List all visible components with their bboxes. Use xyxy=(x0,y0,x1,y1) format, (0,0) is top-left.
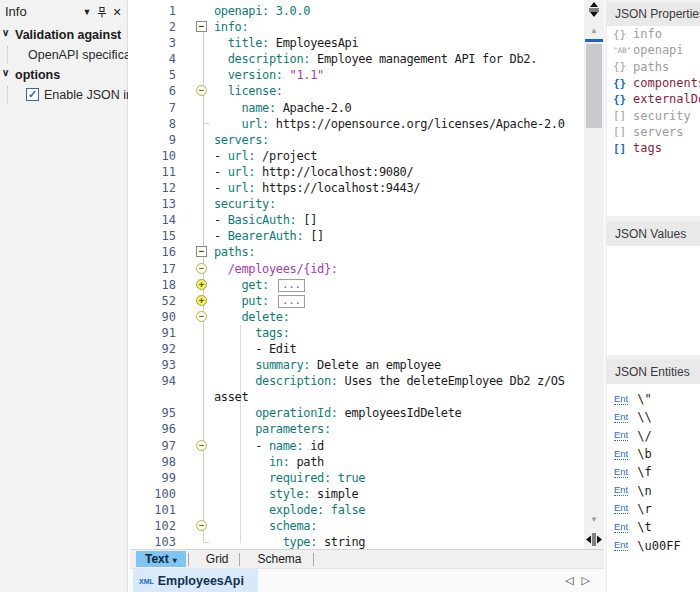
code-line[interactable]: 18+ get: ... xyxy=(130,277,584,293)
checkbox-label: Enable JSON intelligence xyxy=(44,88,128,102)
json-property-openapi[interactable]: "AB"openapi xyxy=(607,42,700,58)
code-line[interactable]: 8 url: https://opensource.org/licenses/A… xyxy=(130,116,584,132)
tree-item-validation-against[interactable]: ∨Validation against xyxy=(0,26,128,46)
code-line[interactable]: 90− delete: xyxy=(130,309,584,325)
code-line[interactable]: 5 version: "1.1" xyxy=(130,67,584,83)
code-line[interactable]: 10- url: /project xyxy=(130,148,584,164)
view-tab-grid[interactable]: Grid xyxy=(197,551,238,567)
string-ab-icon: "AB" xyxy=(613,46,633,55)
fold-collapse-icon[interactable]: − xyxy=(196,440,207,451)
code-line[interactable]: 92 - Edit xyxy=(130,341,584,357)
code-line[interactable]: 15- BearerAuth: [] xyxy=(130,228,584,244)
info-panel-title: Info xyxy=(5,4,27,19)
split-window-handle-icon[interactable] xyxy=(586,1,602,18)
json-entity-item[interactable]: Ent\/ xyxy=(607,427,700,445)
code-text: version: "1.1" xyxy=(214,67,584,83)
code-token: put: xyxy=(214,294,269,308)
json-entity-item[interactable]: Ent\" xyxy=(607,390,700,408)
code-editor[interactable]: 1openapi: 3.0.02−info:3 title: Employees… xyxy=(130,0,584,549)
tree-item-openapi-specification[interactable]: OpenAPI specification xyxy=(0,46,128,66)
code-line[interactable]: 13security: xyxy=(130,196,584,212)
json-entity-item[interactable]: Ent\b xyxy=(607,445,700,463)
json-entity-item[interactable]: Ent\f xyxy=(607,463,700,481)
code-line[interactable]: 95 operationId: employeesIdDelete xyxy=(130,405,584,421)
json-property-servers[interactable]: []servers xyxy=(607,124,700,140)
scroll-up-arrow[interactable]: ▲ xyxy=(584,26,604,35)
json-entity-item[interactable]: Ent\u00FF xyxy=(607,536,700,554)
json-property-info[interactable]: {}info xyxy=(607,26,700,42)
pane-splitter-handle-icon[interactable] xyxy=(585,531,603,548)
json-property-label: info xyxy=(633,27,662,41)
object-braces-icon: {} xyxy=(613,28,633,41)
code-line[interactable]: 97− - name: id xyxy=(130,438,584,454)
folded-code-ellipsis[interactable]: ... xyxy=(278,295,305,308)
json-entity-item[interactable]: Ent\n xyxy=(607,481,700,499)
code-line[interactable]: 9servers: xyxy=(130,132,584,148)
code-line[interactable]: 12- url: https://localhost:9443/ xyxy=(130,180,584,196)
code-line[interactable]: 91 tags: xyxy=(130,325,584,341)
code-line[interactable]: 11- url: http://localhost:9080/ xyxy=(130,164,584,180)
code-line[interactable]: 94 description: Uses the deleteEmployee … xyxy=(130,373,584,405)
json-entity-item[interactable]: Ent\r xyxy=(607,500,700,518)
checkbox-enable-json-intelligence[interactable]: ✓ xyxy=(26,88,39,101)
tab-scroll-arrows[interactable]: ◁▷ xyxy=(565,574,598,587)
code-line[interactable]: 52+ put: ... xyxy=(130,293,584,309)
code-line[interactable]: 2−info: xyxy=(130,19,584,35)
view-tab-text[interactable]: Text▾ xyxy=(136,551,186,567)
view-tab-schema[interactable]: Schema xyxy=(248,551,310,567)
fold-expand-icon[interactable]: + xyxy=(196,279,207,290)
code-line[interactable]: 96 parameters: xyxy=(130,421,584,437)
json-property-tags[interactable]: []tags xyxy=(607,140,700,156)
panel-menu-icon[interactable]: ▼ xyxy=(81,6,93,18)
close-icon[interactable]: ✕ xyxy=(111,6,123,18)
tree-item-options[interactable]: ∨options xyxy=(0,66,128,86)
code-line[interactable]: 102− schema: xyxy=(130,518,584,534)
chevron-down-icon[interactable]: ∨ xyxy=(2,27,9,38)
json-entity-item[interactable]: Ent\t xyxy=(607,518,700,536)
json-property-paths[interactable]: {}paths xyxy=(607,59,700,75)
code-token: servers: xyxy=(214,133,269,147)
json-property-externalDocs[interactable]: {}externalDocs xyxy=(607,91,700,107)
fold-collapse-icon[interactable]: − xyxy=(196,311,207,322)
json-property-label: openapi xyxy=(633,43,684,57)
code-line[interactable]: 103 type: string xyxy=(130,534,584,549)
code-line[interactable]: 14- BasicAuth: [] xyxy=(130,212,584,228)
code-token: EmployeesApi xyxy=(269,36,358,50)
code-line[interactable]: 98 in: path xyxy=(130,454,584,470)
code-line[interactable]: 100 style: simple xyxy=(130,486,584,502)
code-line[interactable]: 1openapi: 3.0.0 xyxy=(130,3,584,19)
code-line[interactable]: 6− license: xyxy=(130,83,584,99)
code-token: schema: xyxy=(214,519,317,533)
code-line[interactable]: 4 description: Employee management API f… xyxy=(130,51,584,67)
tab-scroll-left-icon[interactable]: ◁ xyxy=(565,574,581,586)
scrollbar-thumb[interactable] xyxy=(586,44,602,128)
fold-expand-icon[interactable]: + xyxy=(196,295,207,306)
fold-collapse-icon[interactable]: − xyxy=(196,263,207,274)
code-line[interactable]: 3 title: EmployeesApi xyxy=(130,35,584,51)
entity-escape-text: \u00FF xyxy=(637,539,680,553)
json-entity-item[interactable]: Ent\\ xyxy=(607,408,700,426)
fold-collapse-icon[interactable]: − xyxy=(196,85,207,96)
code-line[interactable]: 16−paths: xyxy=(130,244,584,260)
scroll-down-arrow[interactable]: ▼ xyxy=(584,515,604,524)
pin-icon[interactable] xyxy=(96,6,108,18)
code-token: BasicAuth: xyxy=(228,213,297,227)
json-property-components[interactable]: {}components xyxy=(607,75,700,91)
chevron-down-icon[interactable]: ∨ xyxy=(2,67,9,78)
file-tab-employeesapi[interactable]: XML EmployeesApi xyxy=(133,569,258,592)
info-panel: Info ▼ ✕ ∨Validation againstOpenAPI spec… xyxy=(0,0,128,592)
tab-scroll-right-icon[interactable]: ▷ xyxy=(582,574,598,586)
code-line[interactable]: 101 explode: false xyxy=(130,502,584,518)
editor-vertical-scrollbar[interactable]: ▲ ▼ xyxy=(584,0,604,549)
fold-collapse-icon[interactable]: − xyxy=(196,21,207,32)
fold-collapse-icon[interactable]: − xyxy=(196,520,207,531)
code-line[interactable]: 7 name: Apache-2.0 xyxy=(130,100,584,116)
code-line[interactable]: 99 required: true xyxy=(130,470,584,486)
tree-item-enable-json-intelligence[interactable]: ✓Enable JSON intelligence xyxy=(0,86,128,106)
folded-code-ellipsis[interactable]: ... xyxy=(278,279,305,292)
code-line[interactable]: 93 summary: Delete an employee xyxy=(130,357,584,373)
code-line[interactable]: 17− /employees/{id}: xyxy=(130,261,584,277)
code-text: title: EmployeesApi xyxy=(214,35,584,51)
json-property-security[interactable]: []security xyxy=(607,107,700,123)
fold-collapse-icon[interactable]: − xyxy=(196,246,207,257)
